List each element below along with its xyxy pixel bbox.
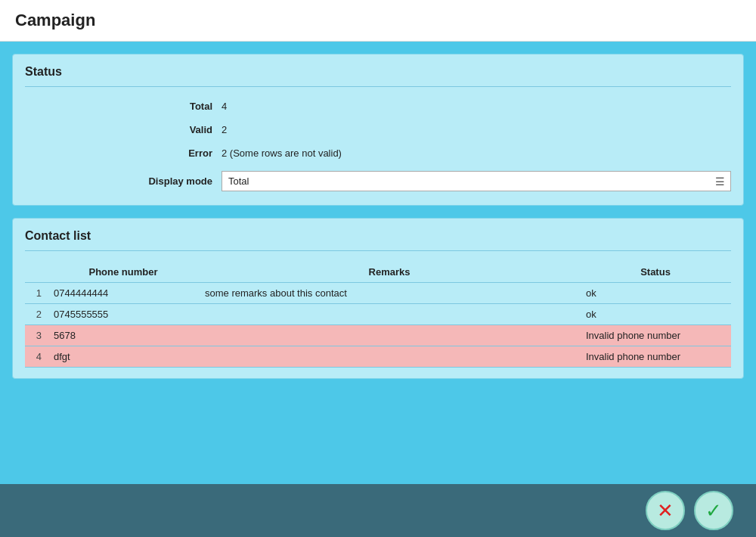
col-header-remarks: Remarks (199, 262, 580, 283)
cell-num: 1 (25, 283, 48, 304)
cell-remarks: some remarks about this contact (199, 283, 580, 304)
cancel-button[interactable]: ✕ (646, 491, 685, 530)
table-row: 20745555555ok (25, 304, 731, 325)
cell-remarks (199, 325, 580, 346)
main-content: Status Total 4 Valid 2 Error 2 (Some row… (0, 42, 756, 391)
cell-num: 3 (25, 325, 48, 346)
status-grid: Total 4 Valid 2 Error 2 (Some rows are n… (25, 98, 731, 194)
contact-table-body: 10744444444some remarks about this conta… (25, 283, 731, 368)
col-header-num (25, 262, 48, 283)
table-row: 10744444444some remarks about this conta… (25, 283, 731, 304)
contact-list-title: Contact list (25, 229, 731, 243)
valid-value: 2 (222, 124, 731, 135)
cell-remarks (199, 304, 580, 325)
col-header-status: Status (580, 262, 731, 283)
confirm-button[interactable]: ✓ (694, 491, 733, 530)
cell-status: ok (580, 304, 731, 325)
cell-phone: 0744444444 (48, 283, 199, 304)
cell-status: Invalid phone number (580, 325, 731, 346)
cell-phone: 5678 (48, 325, 199, 346)
contact-list-card: Contact list Phone number Remarks Status… (12, 218, 744, 379)
status-card-title: Status (25, 65, 731, 79)
status-divider (25, 86, 731, 87)
cell-remarks (199, 346, 580, 368)
bottom-bar: ✕ ✓ (0, 484, 756, 537)
cell-status: Invalid phone number (580, 346, 731, 368)
contact-table: Phone number Remarks Status 10744444444s… (25, 262, 731, 368)
cell-num: 2 (25, 304, 48, 325)
total-label: Total (25, 101, 222, 112)
col-header-phone: Phone number (48, 262, 199, 283)
page-title: Campaign (15, 11, 95, 29)
valid-label: Valid (25, 124, 222, 135)
status-card: Status Total 4 Valid 2 Error 2 (Some row… (12, 54, 744, 206)
table-row: 4dfgtInvalid phone number (25, 346, 731, 368)
table-row: 35678Invalid phone number (25, 325, 731, 346)
cancel-icon: ✕ (657, 499, 674, 523)
cell-phone: dfgt (48, 346, 199, 368)
top-bar: Campaign (0, 0, 756, 42)
total-value: 4 (222, 101, 731, 112)
cell-status: ok (580, 283, 731, 304)
display-mode-label: Display mode (25, 175, 222, 187)
error-value: 2 (Some rows are not valid) (222, 147, 731, 159)
contact-list-divider (25, 250, 731, 251)
display-mode-select[interactable]: Total Valid Error (222, 171, 731, 191)
display-mode-wrapper[interactable]: Total Valid Error ☰ (222, 171, 731, 191)
error-label: Error (25, 147, 222, 159)
table-header-row: Phone number Remarks Status (25, 262, 731, 283)
confirm-icon: ✓ (705, 499, 722, 523)
cell-num: 4 (25, 346, 48, 368)
cell-phone: 0745555555 (48, 304, 199, 325)
